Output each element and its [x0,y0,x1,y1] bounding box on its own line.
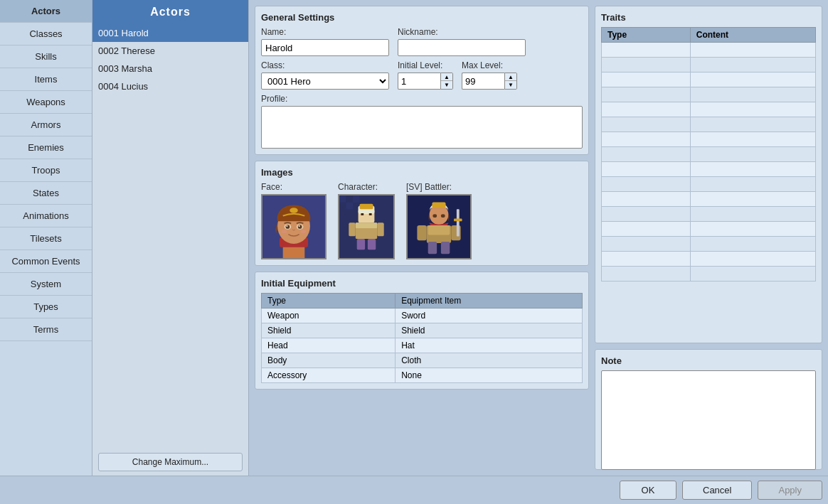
svg-rect-26 [349,222,356,236]
table-row[interactable] [602,162,816,177]
initial-level-down[interactable]: ▼ [441,81,452,89]
class-label: Class: [261,60,389,70]
svg-point-8 [298,225,302,229]
table-row[interactable] [602,73,816,87]
sidebar-item-common-events[interactable]: Common Events [0,250,92,273]
profile-input[interactable] [261,106,583,149]
initial-level-group: Initial Level: ▲ ▼ [398,60,453,90]
svg-rect-32 [432,203,445,208]
sv-battler-image-group: [SV] Battler: [406,182,472,259]
svg-rect-14 [339,195,346,203]
equip-col-item: Equipment Item [396,294,583,309]
character-sprite[interactable] [338,194,395,259]
max-level-down[interactable]: ▼ [505,81,516,89]
name-label: Name: [261,27,389,37]
profile-label: Profile: [261,94,583,104]
panel-title: Actors [92,0,248,24]
svg-rect-40 [454,219,462,222]
sidebar-item-animations[interactable]: Animations [0,205,92,227]
initial-level-label: Initial Level: [398,60,453,70]
class-select[interactable]: 0001 Hero [261,73,389,90]
table-row[interactable]: WeaponSword [262,309,583,323]
sidebar-item-tilesets[interactable]: Tilesets [0,227,92,250]
images-section: Images Face: [255,161,589,266]
actor-item-lucius[interactable]: 0004 Lucius [92,77,248,95]
sidebar-item-terms[interactable]: Terms [0,318,92,341]
sidebar: Actors Classes Skills Items Weapons Armo… [0,0,92,476]
profile-field-group: Profile: [261,94,583,149]
table-row[interactable] [602,237,816,252]
max-level-input[interactable] [462,73,504,90]
traits-title: Traits [601,12,816,23]
sidebar-item-classes[interactable]: Classes [0,23,92,45]
sidebar-item-troops[interactable]: Troops [0,159,92,182]
svg-rect-35 [428,242,437,254]
initial-level-spinner: ▲ ▼ [398,73,453,90]
sidebar-item-actors[interactable]: Actors [0,0,92,23]
sidebar-item-weapons[interactable]: Weapons [0,91,92,114]
table-row[interactable] [602,177,816,192]
table-row[interactable]: AccessoryNone [262,368,583,383]
table-row[interactable] [602,102,816,117]
table-row[interactable] [602,87,816,102]
right-panel: Traits Type Content [595,6,822,470]
sv-battler-sprite[interactable] [406,194,472,259]
sidebar-item-items[interactable]: Items [0,68,92,91]
ok-button[interactable]: OK [620,481,676,500]
face-image[interactable] [261,194,327,259]
main-content: General Settings Name: Nickname: [249,0,828,476]
actor-item-marsha[interactable]: 0003 Marsha [92,60,248,77]
table-row[interactable] [602,267,816,282]
table-row[interactable] [602,117,816,132]
table-row[interactable]: BodyCloth [262,353,583,368]
table-row[interactable] [602,147,816,162]
svg-rect-17 [339,203,346,210]
actor-item-therese[interactable]: 0002 Therese [92,42,248,60]
svg-rect-23 [356,222,377,228]
table-row[interactable]: ShieldShield [262,323,583,338]
equipment-table: Type Equipment Item WeaponSwordShieldShi… [261,293,583,383]
change-maximum-button[interactable]: Change Maximum... [98,453,243,471]
table-row[interactable] [602,222,816,237]
svg-rect-29 [369,213,372,215]
cancel-button[interactable]: Cancel [682,481,752,500]
name-input[interactable] [261,39,389,56]
svg-point-42 [441,214,445,218]
face-image-group: Face: [261,182,327,259]
sidebar-item-states[interactable]: States [0,182,92,205]
svg-rect-36 [441,242,450,254]
traits-section: Traits Type Content [595,6,822,343]
initial-level-up[interactable]: ▲ [441,73,452,81]
table-row[interactable] [602,207,816,222]
svg-rect-21 [360,204,373,210]
sidebar-item-armors[interactable]: Armors [0,114,92,136]
table-row[interactable] [602,43,816,58]
table-row[interactable] [602,252,816,267]
nickname-input[interactable] [398,39,526,56]
note-input[interactable] [601,370,816,470]
character-image-group: Character: [338,182,395,259]
sidebar-item-enemies[interactable]: Enemies [0,136,92,159]
apply-button[interactable]: Apply [758,481,822,500]
sidebar-item-skills[interactable]: Skills [0,45,92,68]
equip-col-type: Type [262,294,396,309]
character-label: Character: [338,182,378,192]
left-panel: General Settings Name: Nickname: [255,6,589,470]
table-row[interactable] [602,58,816,73]
svg-rect-18 [346,203,354,210]
table-row[interactable] [602,192,816,207]
sv-battler-label: [SV] Battler: [406,182,452,192]
actor-item-harold[interactable]: 0001 Harold [92,24,248,42]
actor-list: 0001 Harold 0002 Therese 0003 Marsha 000… [92,24,248,449]
max-level-spinner: ▲ ▼ [462,73,517,90]
max-level-up[interactable]: ▲ [505,73,516,81]
max-level-group: Max Level: ▲ ▼ [462,60,517,90]
sidebar-item-types[interactable]: Types [0,296,92,318]
initial-level-input[interactable] [398,73,440,90]
max-level-label: Max Level: [462,60,517,70]
nickname-field-group: Nickname: [398,27,526,56]
nickname-label: Nickname: [398,27,526,37]
table-row[interactable] [602,132,816,147]
sidebar-item-system[interactable]: System [0,273,92,296]
table-row[interactable]: HeadHat [262,338,583,353]
